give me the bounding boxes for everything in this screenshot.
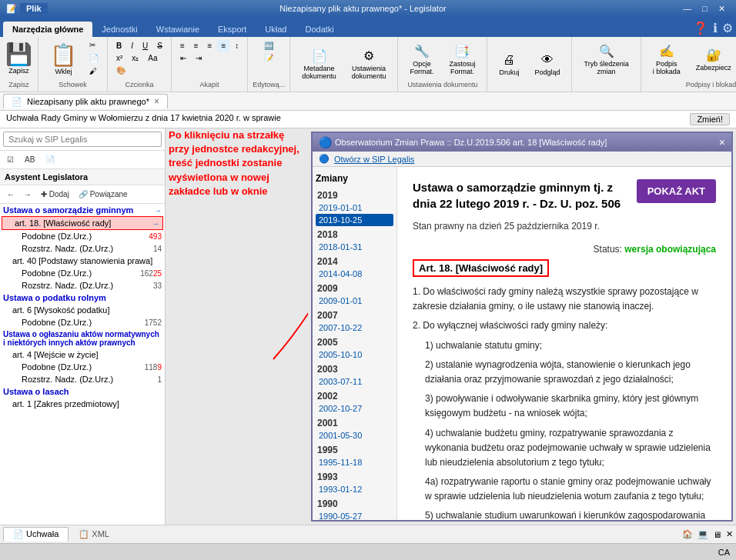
- show-act-button[interactable]: POKAŻ AKT: [637, 179, 716, 203]
- podglad-button[interactable]: 👁 Podgląd: [527, 49, 567, 80]
- annotation-text: Po kliknięciu na strzałkę przy jednostce…: [169, 128, 303, 198]
- ustawienia-dok-icon: ⚙: [363, 48, 374, 63]
- align-left-button[interactable]: ≡: [176, 40, 189, 52]
- podpis-label: Podpisi blokada: [653, 60, 681, 75]
- strikethrough-button[interactable]: S: [153, 40, 166, 52]
- font-color-button[interactable]: 🎨: [112, 65, 129, 76]
- zastosuj-button[interactable]: 📑 ZastosujFormat.: [442, 40, 482, 79]
- underline-button[interactable]: U: [139, 40, 152, 52]
- tab-dodatki[interactable]: Dodatki: [296, 22, 343, 37]
- close-btn[interactable]: ✕: [714, 3, 730, 15]
- sidebar-btn-doc[interactable]: 📄: [42, 153, 59, 166]
- tab-eksport[interactable]: Eksport: [209, 22, 256, 37]
- date-2002-10-27[interactable]: 2002-10-27: [316, 402, 393, 415]
- tree-item-podobne2[interactable]: Podobne (Dz.Urz.) 162 25: [0, 267, 165, 279]
- tree-item-ustawa-lasy[interactable]: Ustawa o lasach: [0, 385, 165, 398]
- open-sip-btn[interactable]: Otwórz w SIP Legalis: [334, 155, 414, 164]
- date-2014-04-08[interactable]: 2014-04-08: [316, 268, 393, 280]
- podpis-button[interactable]: ✍ Podpisi blokada: [646, 40, 687, 79]
- tree-item-art1[interactable]: art. 1 [Zakres przedmiotowy]: [0, 398, 165, 410]
- metadane-button[interactable]: 📄 Metadanedokumentu: [295, 45, 343, 84]
- date-2005-10-10[interactable]: 2005-10-10: [316, 348, 393, 361]
- sidebar-btn-check[interactable]: ☑: [3, 153, 18, 166]
- italic-button[interactable]: I: [127, 40, 137, 52]
- date-2019-10-25[interactable]: 2019-10-25: [316, 214, 393, 226]
- ustawienia-dok-label: Ustawieniadokumentu: [352, 65, 386, 80]
- date-2018-01-31[interactable]: 2018-01-31: [316, 241, 393, 253]
- akapit-buttons: ≡ ≡ ≡ ≡ ↕ ⇤ ⇥: [176, 40, 243, 64]
- superscript-button[interactable]: x²: [112, 52, 126, 64]
- sledzenie-button[interactable]: 🔍 Tryb śledzeniazmian: [577, 40, 635, 79]
- drukuj-button[interactable]: 🖨 Drukuj: [492, 49, 526, 80]
- zmien-button[interactable]: Zmień!: [690, 113, 730, 125]
- restore-btn[interactable]: □: [698, 3, 712, 15]
- font-buttons: B I U S x² x₂ Aa 🎨: [112, 40, 166, 76]
- ribbon-group-edytowa: 🔤 📝 Edytową...: [248, 37, 290, 92]
- align-center-button[interactable]: ≡: [190, 40, 202, 52]
- edit-button-1[interactable]: 🔤: [260, 40, 277, 52]
- font-case-button[interactable]: Aa: [144, 52, 161, 64]
- tab-wstawianie[interactable]: Wstawianie: [147, 22, 209, 37]
- zabezpiecz-button[interactable]: 🔐 Zabezpiecz: [689, 44, 736, 75]
- date-1993-01-12[interactable]: 1993-01-12: [316, 483, 393, 495]
- copy-button[interactable]: 📄: [85, 52, 102, 64]
- cut-button[interactable]: ✂: [85, 39, 102, 51]
- opcje-button[interactable]: 🔧 OpcjeFormat.: [403, 40, 440, 79]
- minimize-btn[interactable]: —: [678, 3, 696, 15]
- indent-right-button[interactable]: ⇥: [192, 52, 206, 64]
- tree-item-art40[interactable]: art. 40 [Podstawy stanowienia prawa]: [0, 255, 165, 267]
- tab-jednostki[interactable]: Jednostki: [92, 22, 146, 37]
- search-input[interactable]: [3, 132, 162, 147]
- tree-item-podobne3[interactable]: Podobne (Dz.Urz.) 1752: [0, 316, 165, 328]
- tab-narzedzia[interactable]: Narzędzia główne: [3, 22, 92, 37]
- tab-uklad[interactable]: Układ: [256, 22, 296, 37]
- file-menu-btn[interactable]: Plik: [20, 3, 48, 14]
- year-2005: 2005: [316, 334, 393, 348]
- edit-button-2[interactable]: 📝: [260, 52, 277, 64]
- tree-item-podobne4[interactable]: Podobne (Dz.Urz.) 118 9: [0, 361, 165, 373]
- save-button[interactable]: 💾 Zapisz: [0, 40, 39, 78]
- doc-tab-close[interactable]: ×: [154, 96, 159, 107]
- date-2019-01-01[interactable]: 2019-01-01: [316, 202, 393, 214]
- settings-icon: ⚙: [722, 21, 733, 35]
- bold-button[interactable]: B: [112, 40, 125, 52]
- obs-close-btn[interactable]: ×: [719, 136, 725, 148]
- drukuj-icon: 🖨: [503, 53, 515, 67]
- tree-item-ustawa-samorzad[interactable]: Ustawa o samorządzie gminnym →: [0, 204, 165, 216]
- nav-forward-btn[interactable]: →: [20, 188, 35, 201]
- nav-add-btn[interactable]: ✚ Dodaj: [37, 188, 73, 201]
- tree-item-podobne1[interactable]: Podobne (Dz.Urz.) 493: [0, 230, 165, 242]
- date-2007-10-22[interactable]: 2007-10-22: [316, 322, 393, 334]
- doc-tab-main[interactable]: 📄 Niezapisany plik aktu prawnego* ×: [3, 94, 168, 108]
- sidebar-search-area: [0, 128, 165, 151]
- sidebar-btn-ab[interactable]: AB: [21, 153, 38, 166]
- tree-item-rozstrz3[interactable]: Rozstrz. Nadz. (Dz.Urz.) 1: [0, 373, 165, 385]
- tree-item-rozstrz1[interactable]: Rozstrz. Nadz. (Dz.Urz.) 14: [0, 242, 165, 255]
- nav-related-btn[interactable]: 🔗 Powiązane: [75, 188, 132, 201]
- bottom-tab-xml[interactable]: 📋 XML: [69, 527, 119, 542]
- bottom-tab-uchwala[interactable]: 📄 Uchwała: [3, 527, 69, 542]
- tree-item-art4[interactable]: art. 4 [Wejście w życie]: [0, 348, 165, 361]
- date-2003-07-11[interactable]: 2003-07-11: [316, 375, 393, 388]
- tree-item-ustawa-podatek[interactable]: Ustawa o podatku rolnym: [0, 292, 165, 304]
- date-1990-05-27[interactable]: 1990-05-27: [316, 510, 393, 520]
- ustawienia-dok-button[interactable]: ⚙ Ustawieniadokumentu: [345, 45, 393, 84]
- format-painter-button[interactable]: 🖌: [85, 65, 102, 77]
- tree-item-ustawa-oglas[interactable]: Ustawa o ogłaszaniu aktów normatywnych i…: [0, 328, 165, 348]
- tree-item-art6[interactable]: art. 6 [Wysokość podatku]: [0, 304, 165, 316]
- date-1995-11-18[interactable]: 1995-11-18: [316, 456, 393, 468]
- paste-button[interactable]: 📋 Wklej: [43, 41, 84, 79]
- ribbon-group-podpisy: ✍ Podpisi blokada 🔐 Zabezpiecz 🔒 Zabloku…: [641, 37, 736, 92]
- align-justify-button[interactable]: ≡: [217, 40, 229, 52]
- date-2001-05-30[interactable]: 2001-05-30: [316, 429, 393, 442]
- tree-label-art18: art. 18. [Właściwość rady]: [15, 218, 150, 228]
- subscript-button[interactable]: x₂: [128, 52, 142, 64]
- tree-item-rozstrz2[interactable]: Rozstrz. Nadz. (Dz.Urz.) 33: [0, 279, 165, 292]
- nav-back-btn[interactable]: ←: [3, 188, 18, 201]
- year-2007: 2007: [316, 307, 393, 322]
- indent-left-button[interactable]: ⇤: [176, 52, 190, 64]
- date-2009-01-01[interactable]: 2009-01-01: [316, 295, 393, 307]
- align-right-button[interactable]: ≡: [204, 40, 216, 52]
- tree-item-art18[interactable]: art. 18. [Właściwość rady] →: [2, 216, 163, 230]
- line-spacing-button[interactable]: ↕: [231, 40, 243, 52]
